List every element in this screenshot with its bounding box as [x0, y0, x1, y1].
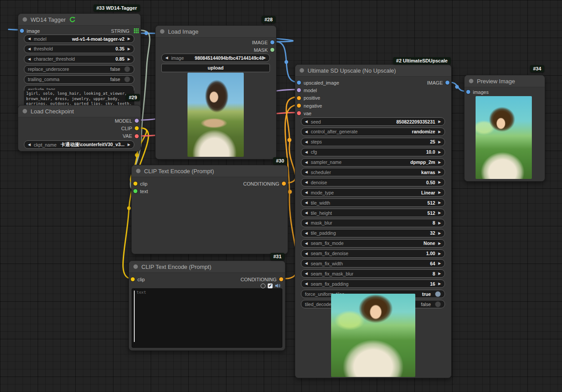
increment-arrow[interactable]: ▶	[263, 56, 266, 60]
input-port[interactable]: image	[20, 27, 40, 35]
increment-arrow[interactable]: ▶	[128, 47, 130, 51]
node-clip-text-encode-positive[interactable]: CLIP Text Encode (Prompt) clip text COND…	[131, 165, 288, 254]
output-port[interactable]: IMAGE	[252, 39, 274, 46]
port-dot[interactable]	[133, 189, 137, 193]
decrement-arrow[interactable]: ◀	[305, 261, 308, 265]
widget-row[interactable]: ◀ seam_fix_mask_blur 8 ▶	[301, 269, 445, 278]
decrement-arrow[interactable]: ◀	[305, 221, 308, 225]
decrement-arrow[interactable]: ◀	[305, 160, 308, 164]
port-dot[interactable]	[297, 81, 301, 85]
node-title-bar[interactable]: WD14 Tagger	[18, 14, 140, 26]
checkbox-checked-icon[interactable]: ✔	[268, 283, 273, 288]
increment-arrow[interactable]: ▶	[438, 150, 441, 154]
increment-arrow[interactable]: ▶	[438, 130, 441, 134]
widget-row[interactable]: ◀ tile_width 512 ▶	[301, 198, 445, 207]
port-dot[interactable]	[297, 111, 301, 115]
toggle-knob[interactable]	[124, 66, 130, 72]
node-title-bar[interactable]: CLIP Text Encode (Prompt)	[129, 261, 285, 273]
port-dot[interactable]	[445, 81, 449, 85]
prompt-textarea[interactable]: text	[132, 288, 282, 348]
node-ultimate-sd-upscale[interactable]: Ultimate SD Upscale (No Upscale) upscale…	[295, 64, 452, 378]
decrement-arrow[interactable]: ◀	[305, 201, 308, 205]
port-dot[interactable]	[270, 40, 274, 44]
refresh-icon[interactable]	[69, 16, 76, 23]
node-graph-canvas[interactable]: WD14 Tagger image STRING	[0, 0, 562, 392]
increment-arrow[interactable]: ▶	[128, 37, 130, 41]
port-dot[interactable]	[133, 182, 137, 186]
decrement-arrow[interactable]: ◀	[165, 56, 168, 60]
output-port[interactable]: VAE	[115, 132, 139, 140]
widget-row[interactable]: ◀ steps 25 ▶	[301, 138, 445, 146]
widget-row[interactable]: ◀ seam_fix_denoise 1.00 ▶	[301, 249, 445, 258]
increment-arrow[interactable]: ▶	[438, 120, 441, 124]
port-dot[interactable]	[135, 134, 139, 138]
increment-arrow[interactable]: ▶	[438, 261, 441, 265]
widget-row[interactable]: ◀ tile_height 512 ▶	[301, 209, 445, 217]
node-title-bar[interactable]: Load Image	[156, 26, 276, 38]
input-port[interactable]: positive	[297, 94, 339, 102]
collapse-dot[interactable]	[133, 264, 138, 269]
widget-row[interactable]: ◀ threshold 0.35 ▶	[24, 45, 134, 53]
collapse-dot[interactable]	[160, 29, 164, 34]
speaker-icon[interactable]	[275, 283, 281, 288]
port-dot[interactable]	[279, 277, 283, 281]
increment-arrow[interactable]: ▶	[438, 231, 441, 235]
output-port[interactable]: CONDITIONING	[243, 180, 286, 187]
toggle-knob[interactable]	[124, 76, 130, 82]
decrement-arrow[interactable]: ◀	[28, 37, 31, 41]
widget-row[interactable]: ◀ sampler_name dpmpp_2m ▶	[301, 158, 445, 167]
widget-row[interactable]: ◀ character_threshold 0.85 ▶	[24, 55, 134, 63]
widget-row[interactable]: ◀ cfg 10.0 ▶	[301, 148, 445, 156]
widget-row[interactable]: ◀ tile_padding 32 ▶	[301, 229, 445, 237]
widget-row[interactable]: ◀ replace_underscore false ▶	[24, 65, 134, 74]
circle-icon[interactable]	[261, 283, 265, 288]
widget-row[interactable]: ◀ trailing_comma false ▶	[24, 75, 134, 84]
output-port[interactable]: CONDITIONING	[241, 276, 283, 283]
node-load-image[interactable]: Load Image IMAGE MASK ◀ image	[155, 25, 277, 159]
port-dot[interactable]	[297, 88, 301, 92]
increment-arrow[interactable]: ▶	[438, 140, 441, 144]
increment-arrow[interactable]: ▶	[438, 190, 441, 194]
decrement-arrow[interactable]: ◀	[305, 180, 308, 184]
decrement-arrow[interactable]: ◀	[305, 140, 308, 144]
output-port[interactable]: IMAGE	[427, 79, 449, 86]
widget-row[interactable]: ◀ upload ▶	[161, 64, 270, 72]
input-port[interactable]: clip	[131, 276, 145, 283]
decrement-arrow[interactable]: ◀	[305, 211, 308, 215]
decrement-arrow[interactable]: ◀	[305, 170, 308, 174]
decrement-arrow[interactable]: ◀	[28, 143, 31, 147]
widget-row[interactable]: ◀ seam_fix_mode None ▶	[301, 239, 445, 248]
node-wd14-tagger[interactable]: WD14 Tagger image STRING	[18, 13, 141, 110]
input-port[interactable]: text	[133, 187, 148, 195]
increment-arrow[interactable]: ▶	[438, 272, 441, 276]
node-load-checkpoint[interactable]: Load Checkpoint MODEL CLIP VAE	[18, 105, 141, 151]
increment-arrow[interactable]: ▶	[438, 160, 441, 164]
port-dot[interactable]	[297, 104, 301, 108]
toggle-knob[interactable]	[435, 301, 441, 307]
collapse-dot[interactable]	[300, 68, 304, 73]
port-dot[interactable]	[297, 96, 301, 100]
collapse-dot[interactable]	[23, 109, 27, 113]
increment-arrow[interactable]: ▶	[438, 201, 441, 205]
decrement-arrow[interactable]: ◀	[28, 57, 31, 61]
widget-row[interactable]: ◀ mode_type Linear ▶	[301, 188, 445, 197]
port-dot[interactable]	[466, 90, 470, 94]
output-port[interactable]: MASK	[252, 46, 274, 54]
output-port[interactable]: MODEL	[115, 117, 139, 124]
input-port[interactable]: vae	[297, 109, 339, 117]
widget-row[interactable]: ◀ seam_fix_width 64 ▶	[301, 259, 445, 268]
increment-arrow[interactable]: ▶	[438, 282, 441, 286]
decrement-arrow[interactable]: ◀	[305, 272, 308, 276]
node-title-bar[interactable]: CLIP Text Encode (Prompt)	[132, 165, 288, 177]
node-title-bar[interactable]: Ultimate SD Upscale (No Upscale)	[295, 65, 451, 77]
increment-arrow[interactable]: ▶	[438, 241, 441, 245]
decrement-arrow[interactable]: ◀	[28, 47, 31, 51]
collapse-dot[interactable]	[23, 17, 27, 22]
output-port[interactable]: CLIP	[115, 124, 139, 132]
node-title-bar[interactable]: Load Checkpoint	[18, 105, 140, 117]
node-title-bar[interactable]: Preview Image	[464, 75, 545, 87]
node-clip-text-encode-negative[interactable]: CLIP Text Encode (Prompt) clip CONDITION…	[129, 260, 285, 351]
widget-row[interactable]: ◀ denoise 0.50 ▶	[301, 178, 445, 186]
collapse-dot[interactable]	[136, 169, 140, 173]
increment-arrow[interactable]: ▶	[128, 57, 130, 61]
